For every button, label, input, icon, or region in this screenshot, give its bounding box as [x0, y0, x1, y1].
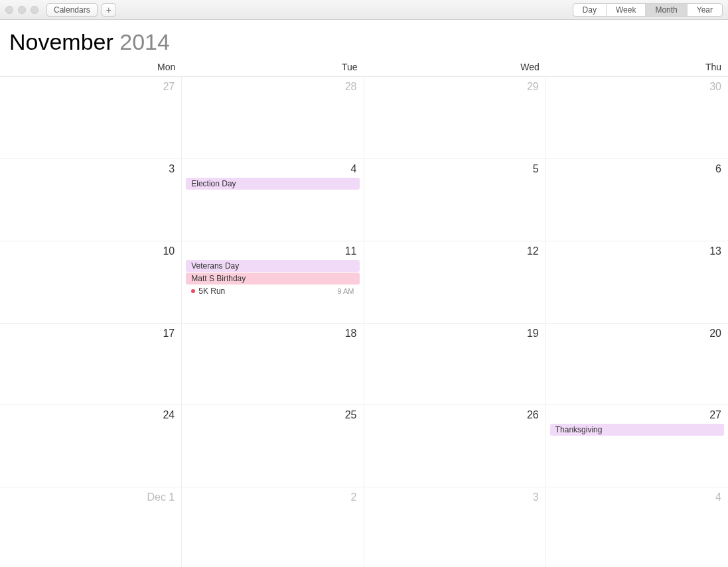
day-number: 3 — [0, 159, 181, 176]
event-title: Thanksgiving — [555, 425, 603, 434]
weekday-mon: Mon — [0, 59, 182, 76]
event-item[interactable]: Election Day — [186, 178, 359, 190]
day-cell[interactable]: 19 — [364, 324, 546, 406]
event-item[interactable]: Matt S Birthday — [186, 273, 359, 284]
day-cell[interactable]: 12 — [364, 241, 546, 324]
day-number: 6 — [546, 159, 728, 176]
view-week[interactable]: Week — [607, 4, 646, 16]
event-list: Election Day — [182, 176, 363, 190]
year-label: 2014 — [119, 29, 170, 54]
day-cell[interactable]: 13 — [546, 241, 728, 324]
event-title: Matt S Birthday — [191, 274, 246, 283]
event-item[interactable]: 5K Run9 AM — [186, 285, 359, 297]
day-number: 3 — [364, 487, 546, 505]
day-cell[interactable]: 10 — [0, 241, 182, 324]
view-day[interactable]: Day — [573, 4, 607, 16]
day-cell[interactable]: 27 — [0, 77, 182, 159]
view-switcher: Day Week Month Year — [573, 3, 723, 17]
day-number: 2 — [182, 487, 363, 505]
day-number: 27 — [546, 405, 728, 422]
event-item[interactable]: Veterans Day — [186, 260, 359, 272]
window-controls — [5, 6, 38, 14]
view-year[interactable]: Year — [688, 4, 722, 16]
event-dot-icon — [191, 289, 195, 293]
day-cell[interactable]: 20 — [546, 324, 728, 406]
day-cell[interactable]: 28 — [182, 77, 364, 159]
event-title: 5K Run — [198, 286, 225, 296]
day-number: 18 — [182, 324, 363, 341]
event-list: Veterans DayMatt S Birthday5K Run9 AM — [182, 259, 363, 297]
day-cell[interactable]: 4Election Day — [182, 159, 364, 241]
day-number: 25 — [182, 405, 363, 422]
day-cell[interactable]: 11Veterans DayMatt S Birthday5K Run9 AM — [182, 241, 364, 324]
day-number: 24 — [0, 405, 181, 422]
day-cell[interactable]: 27Thanksgiving — [546, 405, 728, 487]
month-label: November — [9, 29, 113, 54]
zoom-icon[interactable] — [31, 6, 38, 14]
day-number: 4 — [546, 487, 728, 505]
day-cell[interactable]: 24 — [0, 405, 182, 487]
day-number: 28 — [182, 77, 363, 94]
weekday-row: Mon Tue Wed Thu — [0, 59, 728, 77]
close-icon[interactable] — [5, 6, 13, 14]
day-cell[interactable]: 6 — [546, 159, 728, 241]
day-number: 19 — [364, 324, 546, 341]
day-cell[interactable]: 2 — [182, 487, 364, 567]
day-cell[interactable]: 5 — [364, 159, 546, 241]
weekday-thu: Thu — [546, 59, 728, 76]
day-cell[interactable]: 26 — [364, 405, 546, 487]
calendars-button[interactable]: Calendars — [46, 3, 98, 17]
day-number: 17 — [0, 324, 181, 341]
day-number: 27 — [0, 77, 181, 94]
day-cell[interactable]: 3 — [0, 159, 182, 241]
day-number: 5 — [364, 159, 546, 176]
month-header: November 2014 — [0, 20, 728, 59]
day-number: 10 — [0, 241, 181, 259]
day-cell[interactable]: 18 — [182, 324, 364, 406]
event-title: Veterans Day — [191, 261, 239, 271]
weekday-wed: Wed — [364, 59, 546, 76]
event-list: Thanksgiving — [546, 422, 728, 436]
view-month[interactable]: Month — [646, 4, 687, 16]
day-cell[interactable]: 30 — [546, 77, 728, 159]
day-number: 29 — [364, 77, 546, 94]
day-cell[interactable]: 4 — [546, 487, 728, 567]
day-number: 12 — [364, 241, 546, 259]
day-cell[interactable]: 3 — [364, 487, 546, 567]
add-button[interactable]: + — [102, 3, 116, 17]
event-title: Election Day — [191, 179, 236, 188]
titlebar: Calendars + Day Week Month Year — [0, 0, 728, 20]
day-cell[interactable]: 17 — [0, 324, 182, 406]
day-number: 4 — [182, 159, 363, 176]
calendar-grid: 2728293034Election Day561011Veterans Day… — [0, 77, 728, 567]
day-cell[interactable]: 29 — [364, 77, 546, 159]
day-cell[interactable]: Dec 1 — [0, 487, 182, 567]
day-number: Dec 1 — [0, 487, 181, 505]
page-title: November 2014 — [9, 29, 728, 55]
weekday-tue: Tue — [182, 59, 364, 76]
day-number: 20 — [546, 324, 728, 341]
event-item[interactable]: Thanksgiving — [550, 424, 724, 436]
day-number: 11 — [182, 241, 363, 259]
minimize-icon[interactable] — [18, 6, 26, 14]
day-number: 26 — [364, 405, 546, 422]
event-time: 9 AM — [337, 287, 354, 295]
day-number: 13 — [546, 241, 728, 259]
day-number: 30 — [546, 77, 728, 94]
day-cell[interactable]: 25 — [182, 405, 364, 487]
